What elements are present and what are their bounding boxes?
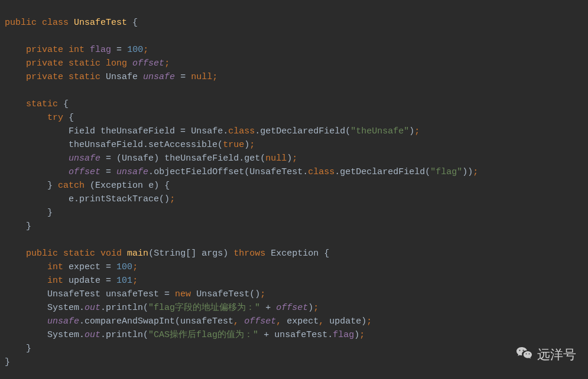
dot: . xyxy=(223,126,228,136)
method: get xyxy=(244,153,260,164)
param: args xyxy=(202,249,223,259)
wechat-icon xyxy=(516,346,532,362)
rp: ) xyxy=(154,153,159,164)
rp: ) xyxy=(255,289,260,299)
dot: . xyxy=(79,330,85,340)
dot: . xyxy=(100,330,106,340)
method: setAccessible xyxy=(148,140,217,150)
method: main xyxy=(127,249,148,259)
dot: . xyxy=(255,126,260,136)
field: offset xyxy=(132,58,164,68)
lp: ( xyxy=(159,194,164,204)
op: = xyxy=(106,153,111,164)
type: String xyxy=(154,249,186,259)
brace: { xyxy=(132,18,138,28)
str: "flag字段的地址偏移为：" xyxy=(148,303,260,313)
lp: ( xyxy=(143,303,148,313)
var: expect xyxy=(69,262,100,272)
field: flag xyxy=(333,330,354,340)
num: 101 xyxy=(116,276,132,286)
dot: . xyxy=(79,316,85,326)
field: unsafe xyxy=(69,153,100,164)
field: flag xyxy=(90,45,111,55)
rp: ) xyxy=(164,194,170,204)
var: theUnsafeField xyxy=(100,126,175,136)
null: null xyxy=(191,72,212,82)
field: unsafe xyxy=(47,316,79,326)
kw: static xyxy=(69,58,100,68)
field: unsafe xyxy=(116,167,148,177)
method: getDeclaredField xyxy=(340,167,425,177)
dot: . xyxy=(79,303,85,313)
str: "CAS操作后flag的值为：" xyxy=(148,330,258,340)
dot: . xyxy=(100,303,106,313)
kw: long xyxy=(106,58,127,68)
semi: ; xyxy=(366,316,372,326)
out: out xyxy=(85,303,100,313)
class-name: UnsafeTest xyxy=(74,18,127,28)
op: = xyxy=(106,262,111,272)
code-block: public class UnsafeTest { private int fl… xyxy=(0,0,588,369)
dot: . xyxy=(239,153,244,164)
semi: ; xyxy=(260,289,265,299)
true: true xyxy=(223,140,244,150)
brace: { xyxy=(164,181,170,191)
semi: ; xyxy=(170,194,175,204)
brace: { xyxy=(63,99,69,109)
field: unsafe xyxy=(143,72,175,82)
var: e xyxy=(69,194,74,204)
type: Exception xyxy=(95,181,143,191)
rp: ) xyxy=(361,316,366,326)
exc: Exception xyxy=(271,249,319,259)
num: 100 xyxy=(116,262,132,272)
lp: ( xyxy=(116,153,122,164)
semi: ; xyxy=(132,276,138,286)
comma: , xyxy=(276,316,281,326)
op: = xyxy=(106,167,111,177)
brace: { xyxy=(69,113,74,123)
kw: void xyxy=(100,249,122,259)
class: class xyxy=(308,167,334,177)
type: UnsafeTest xyxy=(47,289,100,299)
rp: ) xyxy=(244,140,249,150)
arg: offset xyxy=(244,316,276,326)
cast: Unsafe xyxy=(122,153,154,164)
cls: Unsafe xyxy=(191,126,223,136)
semi: ; xyxy=(164,58,170,68)
lp: ( xyxy=(244,167,249,177)
semi: ; xyxy=(143,45,148,55)
arg: unsafeTest xyxy=(180,316,233,326)
lp: ( xyxy=(345,126,350,136)
brace: { xyxy=(324,249,329,259)
kw: int xyxy=(69,45,85,55)
rp: ) xyxy=(154,181,159,191)
dot: . xyxy=(143,140,148,150)
brace: } xyxy=(5,357,10,367)
rp: ) xyxy=(467,167,473,177)
ctor: UnsafeTest xyxy=(196,289,249,299)
brace: } xyxy=(26,344,31,354)
plus: + xyxy=(265,303,271,313)
rp: ) xyxy=(308,303,313,313)
kw: private xyxy=(26,45,63,55)
semi: ; xyxy=(473,167,478,177)
kw: throws xyxy=(233,249,265,259)
watermark: 远洋号 xyxy=(516,346,576,362)
arr: [] xyxy=(186,249,196,259)
kw: catch xyxy=(58,181,85,191)
method: compareAndSwapInt xyxy=(85,316,175,326)
kw: int xyxy=(47,262,63,272)
semi: ; xyxy=(249,140,255,150)
kw: private xyxy=(26,72,63,82)
var: update xyxy=(69,276,100,286)
lp: ( xyxy=(143,330,148,340)
comma: , xyxy=(233,316,239,326)
method: println xyxy=(106,330,143,340)
lp: ( xyxy=(260,153,265,164)
num: 100 xyxy=(127,45,143,55)
plus: + xyxy=(264,330,269,340)
kw: static xyxy=(69,72,100,82)
type: Field xyxy=(69,126,95,136)
method: objectFieldOffset xyxy=(154,167,244,177)
semi: ; xyxy=(359,330,365,340)
